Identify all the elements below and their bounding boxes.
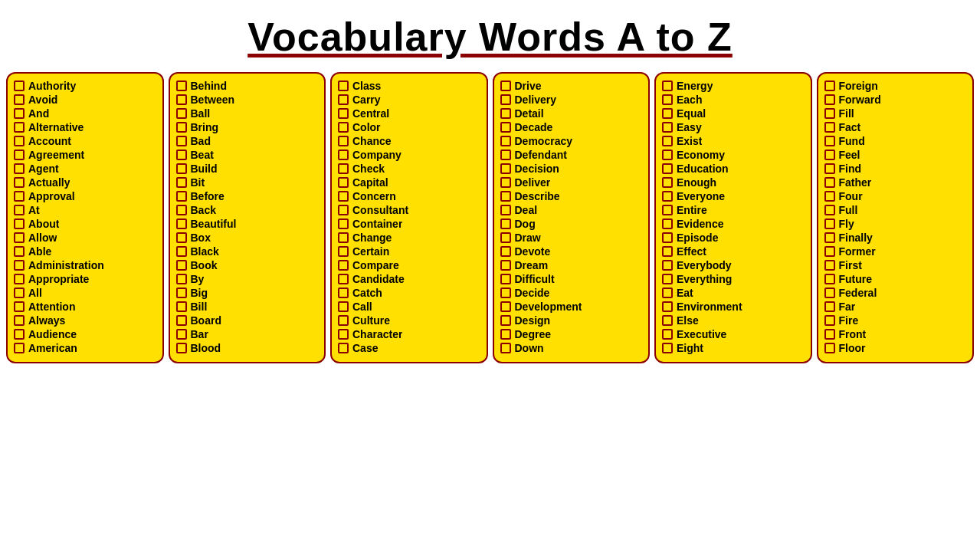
checkbox-icon[interactable] [176,163,187,174]
checkbox-icon[interactable] [14,163,25,174]
checkbox-icon[interactable] [824,205,835,215]
checkbox-icon[interactable] [824,301,835,312]
checkbox-icon[interactable] [14,150,25,160]
checkbox-icon[interactable] [662,205,673,215]
checkbox-icon[interactable] [14,246,25,257]
checkbox-icon[interactable] [14,301,25,312]
checkbox-icon[interactable] [176,108,187,119]
checkbox-icon[interactable] [662,260,673,271]
checkbox-icon[interactable] [662,177,673,188]
checkbox-icon[interactable] [824,191,835,202]
checkbox-icon[interactable] [14,122,25,133]
checkbox-icon[interactable] [824,274,835,284]
checkbox-icon[interactable] [662,219,673,229]
checkbox-icon[interactable] [14,288,25,298]
checkbox-icon[interactable] [500,274,511,284]
checkbox-icon[interactable] [176,150,187,160]
checkbox-icon[interactable] [338,315,349,326]
checkbox-icon[interactable] [500,315,511,326]
checkbox-icon[interactable] [500,163,511,174]
checkbox-icon[interactable] [176,219,187,229]
checkbox-icon[interactable] [824,150,835,160]
checkbox-icon[interactable] [824,260,835,271]
checkbox-icon[interactable] [500,94,511,105]
checkbox-icon[interactable] [338,150,349,160]
checkbox-icon[interactable] [14,205,25,215]
checkbox-icon[interactable] [824,343,835,353]
checkbox-icon[interactable] [824,315,835,326]
checkbox-icon[interactable] [500,246,511,257]
checkbox-icon[interactable] [338,288,349,298]
checkbox-icon[interactable] [14,232,25,243]
checkbox-icon[interactable] [338,260,349,271]
checkbox-icon[interactable] [662,301,673,312]
checkbox-icon[interactable] [14,191,25,202]
checkbox-icon[interactable] [338,246,349,257]
checkbox-icon[interactable] [824,80,835,91]
checkbox-icon[interactable] [662,343,673,353]
checkbox-icon[interactable] [824,163,835,174]
checkbox-icon[interactable] [824,136,835,146]
checkbox-icon[interactable] [500,301,511,312]
checkbox-icon[interactable] [176,274,187,284]
checkbox-icon[interactable] [176,288,187,298]
checkbox-icon[interactable] [176,343,187,353]
checkbox-icon[interactable] [338,108,349,119]
checkbox-icon[interactable] [176,94,187,105]
checkbox-icon[interactable] [500,260,511,271]
checkbox-icon[interactable] [14,343,25,353]
checkbox-icon[interactable] [176,301,187,312]
checkbox-icon[interactable] [176,205,187,215]
checkbox-icon[interactable] [338,177,349,188]
checkbox-icon[interactable] [824,232,835,243]
checkbox-icon[interactable] [500,108,511,119]
checkbox-icon[interactable] [14,315,25,326]
checkbox-icon[interactable] [500,136,511,146]
checkbox-icon[interactable] [14,177,25,188]
checkbox-icon[interactable] [662,136,673,146]
checkbox-icon[interactable] [662,232,673,243]
checkbox-icon[interactable] [338,122,349,133]
checkbox-icon[interactable] [338,219,349,229]
checkbox-icon[interactable] [14,94,25,105]
checkbox-icon[interactable] [500,177,511,188]
checkbox-icon[interactable] [176,329,187,340]
checkbox-icon[interactable] [338,163,349,174]
checkbox-icon[interactable] [338,232,349,243]
checkbox-icon[interactable] [662,288,673,298]
checkbox-icon[interactable] [338,301,349,312]
checkbox-icon[interactable] [662,150,673,160]
checkbox-icon[interactable] [14,108,25,119]
checkbox-icon[interactable] [824,329,835,340]
checkbox-icon[interactable] [176,177,187,188]
checkbox-icon[interactable] [338,274,349,284]
checkbox-icon[interactable] [500,205,511,215]
checkbox-icon[interactable] [338,343,349,353]
checkbox-icon[interactable] [662,108,673,119]
checkbox-icon[interactable] [824,288,835,298]
checkbox-icon[interactable] [824,108,835,119]
checkbox-icon[interactable] [176,232,187,243]
checkbox-icon[interactable] [14,219,25,229]
checkbox-icon[interactable] [500,219,511,229]
checkbox-icon[interactable] [176,260,187,271]
checkbox-icon[interactable] [14,136,25,146]
checkbox-icon[interactable] [662,80,673,91]
checkbox-icon[interactable] [14,329,25,340]
checkbox-icon[interactable] [338,80,349,91]
checkbox-icon[interactable] [824,94,835,105]
checkbox-icon[interactable] [500,343,511,353]
checkbox-icon[interactable] [824,246,835,257]
checkbox-icon[interactable] [500,122,511,133]
checkbox-icon[interactable] [176,80,187,91]
checkbox-icon[interactable] [338,205,349,215]
checkbox-icon[interactable] [662,274,673,284]
checkbox-icon[interactable] [500,150,511,160]
checkbox-icon[interactable] [338,191,349,202]
checkbox-icon[interactable] [176,122,187,133]
checkbox-icon[interactable] [338,329,349,340]
checkbox-icon[interactable] [824,177,835,188]
checkbox-icon[interactable] [176,315,187,326]
checkbox-icon[interactable] [14,80,25,91]
checkbox-icon[interactable] [500,288,511,298]
